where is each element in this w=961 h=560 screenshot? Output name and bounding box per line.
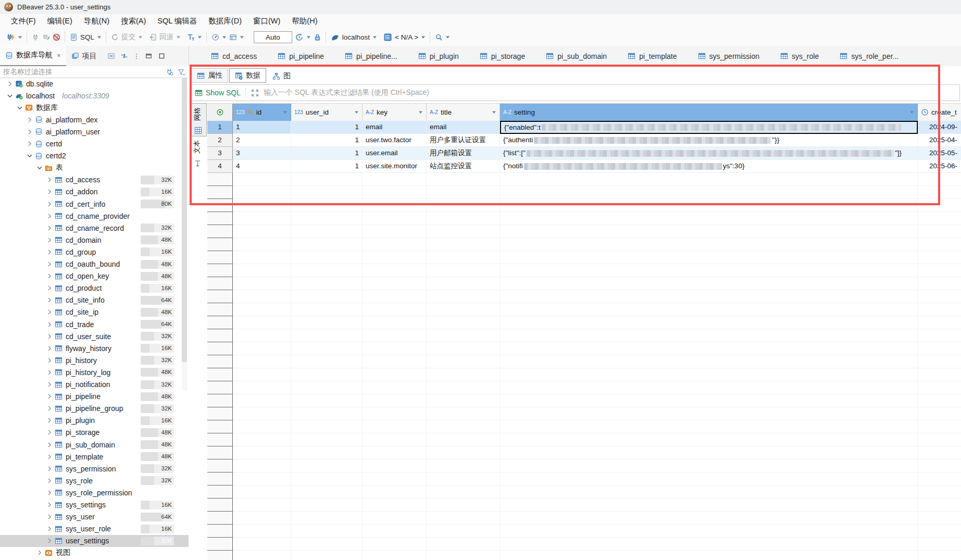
- tree-item-cd_product[interactable]: cd_product16K: [0, 282, 189, 294]
- cell-title[interactable]: 用户邮箱设置: [427, 147, 500, 160]
- empty-row-number[interactable]: [207, 472, 233, 486]
- empty-cell[interactable]: [500, 433, 918, 446]
- empty-cell[interactable]: [427, 538, 500, 551]
- connection-settings-icon[interactable]: [166, 68, 173, 76]
- empty-cell[interactable]: [233, 538, 291, 551]
- empty-row-number[interactable]: [207, 186, 233, 199]
- cell-title[interactable]: 用户多重认证设置: [427, 134, 500, 147]
- empty-cell[interactable]: [363, 525, 427, 538]
- column-header-key[interactable]: A-Zkey: [363, 104, 427, 121]
- empty-cell[interactable]: [427, 381, 500, 394]
- transaction-dropdown-icon[interactable]: [197, 35, 202, 40]
- empty-cell[interactable]: [291, 173, 363, 186]
- empty-cell[interactable]: [233, 407, 291, 420]
- empty-cell[interactable]: [233, 368, 291, 381]
- empty-cell[interactable]: [427, 212, 500, 225]
- tree-item-sys_role_permission[interactable]: sys_role_permission: [0, 487, 189, 499]
- chevron-down-icon[interactable]: [6, 92, 14, 99]
- empty-cell[interactable]: [918, 303, 961, 316]
- link-with-editor-icon[interactable]: [120, 52, 128, 60]
- tree-item-sys_role[interactable]: sys_role32K: [0, 475, 189, 487]
- empty-cell[interactable]: [363, 290, 427, 303]
- empty-cell[interactable]: [500, 368, 918, 381]
- empty-cell[interactable]: [500, 459, 918, 472]
- chevron-right-icon[interactable]: [46, 513, 53, 520]
- empty-row-number[interactable]: [207, 394, 233, 407]
- chevron-right-icon[interactable]: [46, 296, 53, 304]
- empty-row-number[interactable]: [207, 251, 233, 264]
- tree-item-user_settings[interactable]: user_settings32K: [0, 535, 189, 547]
- empty-cell[interactable]: [363, 277, 427, 290]
- empty-cell[interactable]: [291, 290, 363, 303]
- empty-cell[interactable]: [500, 186, 918, 199]
- menu-item-7[interactable]: 帮助(H): [286, 15, 323, 27]
- cell-id[interactable]: 3: [233, 147, 291, 160]
- empty-row-number[interactable]: [207, 173, 233, 186]
- empty-row-number[interactable]: [207, 538, 233, 551]
- empty-cell[interactable]: [427, 472, 500, 486]
- show-sql-button[interactable]: Show SQL: [195, 89, 241, 97]
- empty-cell[interactable]: [918, 264, 961, 277]
- chevron-down-icon[interactable]: [36, 164, 43, 171]
- tree-item-ai_platform_dex[interactable]: ai_platform_dex: [0, 114, 189, 126]
- empty-cell[interactable]: [500, 264, 918, 277]
- row-number[interactable]: 2: [207, 134, 233, 147]
- empty-cell[interactable]: [291, 394, 363, 407]
- empty-cell[interactable]: [291, 525, 363, 538]
- column-dropdown-icon[interactable]: [418, 110, 423, 115]
- chevron-right-icon[interactable]: [46, 345, 53, 352]
- editor-tab-pi_plugin[interactable]: pi_plugin: [409, 46, 468, 66]
- empty-cell[interactable]: [918, 355, 961, 368]
- column-header-create_t[interactable]: create_t: [918, 104, 961, 121]
- empty-cell[interactable]: [233, 316, 291, 329]
- empty-cell[interactable]: [500, 394, 918, 407]
- empty-cell[interactable]: [500, 381, 918, 394]
- chevron-right-icon[interactable]: [46, 525, 53, 532]
- disconnect-icon[interactable]: [53, 33, 60, 41]
- editor-tab-pi_sub_domain[interactable]: pi_sub_domain: [536, 46, 616, 66]
- tab-properties[interactable]: 属性: [191, 68, 228, 83]
- column-header-title[interactable]: A-Ztitle: [427, 104, 500, 121]
- empty-cell[interactable]: [918, 486, 961, 499]
- tree-item-pi_sub_domain[interactable]: pi_sub_domain48K: [0, 439, 189, 451]
- chevron-right-icon[interactable]: [46, 284, 53, 292]
- rollback-dropdown-icon[interactable]: [176, 35, 181, 40]
- chevron-right-icon[interactable]: [46, 201, 53, 208]
- cell-setting[interactable]: {"authenti"}}: [500, 134, 918, 147]
- empty-cell[interactable]: [918, 290, 961, 303]
- active-connection-selector[interactable]: localhost: [342, 33, 370, 41]
- sql-editor-button[interactable]: SQL: [80, 33, 94, 41]
- column-dropdown-icon[interactable]: [283, 110, 288, 115]
- maximize-panel-icon[interactable]: [158, 52, 166, 60]
- empty-cell[interactable]: [918, 381, 961, 394]
- chevron-right-icon[interactable]: [46, 225, 53, 232]
- empty-row-number[interactable]: [207, 525, 233, 538]
- empty-cell[interactable]: [363, 499, 427, 512]
- empty-cell[interactable]: [500, 277, 918, 290]
- empty-cell[interactable]: [363, 538, 427, 551]
- chevron-right-icon[interactable]: [46, 537, 53, 544]
- empty-cell[interactable]: [427, 433, 500, 446]
- empty-row-number[interactable]: [207, 459, 233, 472]
- empty-cell[interactable]: [291, 186, 363, 199]
- empty-cell[interactable]: [427, 499, 500, 512]
- empty-cell[interactable]: [500, 225, 918, 238]
- empty-cell[interactable]: [291, 538, 363, 551]
- tree-item-pi_plugin[interactable]: pi_plugin16K: [0, 415, 189, 427]
- chevron-right-icon[interactable]: [46, 429, 53, 436]
- cell-title[interactable]: email: [427, 121, 500, 134]
- empty-cell[interactable]: [233, 499, 291, 512]
- empty-cell[interactable]: [918, 446, 961, 459]
- tree-scrollbar[interactable]: [182, 78, 187, 391]
- empty-cell[interactable]: [427, 394, 500, 407]
- empty-row-number[interactable]: [207, 512, 233, 525]
- empty-row-number[interactable]: [207, 199, 233, 212]
- empty-cell[interactable]: [427, 173, 500, 186]
- empty-cell[interactable]: [427, 225, 500, 238]
- empty-row-number[interactable]: [207, 381, 233, 394]
- empty-cell[interactable]: [500, 551, 918, 560]
- editor-tab-pi_template[interactable]: pi_template: [618, 46, 686, 66]
- empty-cell[interactable]: [363, 186, 427, 199]
- empty-row-number[interactable]: [207, 551, 233, 560]
- empty-cell[interactable]: [427, 238, 500, 251]
